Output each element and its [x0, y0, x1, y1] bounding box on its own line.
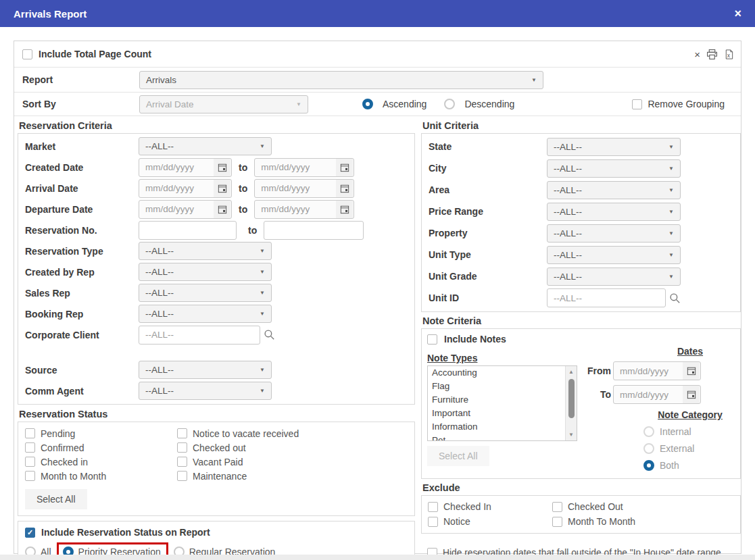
comm-agent-dropdown[interactable]: --ALL-- ▼	[139, 382, 272, 400]
both-radio[interactable]	[643, 460, 654, 471]
exclude-checked-out-option[interactable]: Checked Out	[552, 499, 623, 514]
listbox-scrollbar[interactable]: ▲ ▼	[565, 366, 577, 440]
property-dropdown[interactable]: --ALL--▼	[547, 224, 681, 243]
scroll-up-icon[interactable]: ▲	[566, 369, 577, 375]
note-type-item[interactable]: Information	[428, 420, 577, 434]
scroll-down-icon[interactable]: ▼	[566, 432, 577, 438]
checked-out-checkbox[interactable]	[177, 442, 187, 453]
arrival-date-to-input[interactable]	[254, 179, 354, 198]
maintenance-option[interactable]: Maintenance	[177, 469, 299, 483]
booking-rep-dropdown[interactable]: --ALL-- ▼	[139, 305, 272, 323]
calendar-icon[interactable]	[336, 180, 353, 197]
external-option[interactable]: External	[643, 443, 741, 454]
exclude-checked-in-checkbox[interactable]	[428, 502, 438, 512]
exclude-notice-checkbox[interactable]	[428, 517, 438, 527]
exclude-checked-in-option[interactable]: Checked In	[422, 499, 552, 514]
maintenance-checkbox[interactable]	[177, 471, 187, 481]
vacant-paid-option[interactable]: Vacant Paid	[177, 455, 299, 469]
checked-out-option[interactable]: Checked out	[177, 440, 299, 455]
price-range-dropdown[interactable]: --ALL--▼	[547, 203, 681, 221]
internal-radio[interactable]	[643, 426, 654, 437]
export-excel-icon[interactable]: x	[724, 49, 734, 60]
note-to-input[interactable]	[613, 385, 701, 404]
note-type-item[interactable]: Accounting	[428, 366, 577, 380]
calendar-icon[interactable]	[336, 201, 353, 218]
unit-type-dropdown[interactable]: --ALL--▼	[547, 246, 681, 264]
created-date-from-input[interactable]	[139, 158, 232, 177]
calendar-icon[interactable]	[214, 201, 230, 218]
city-dropdown[interactable]: --ALL--▼	[547, 159, 681, 178]
note-from-field[interactable]	[614, 366, 683, 376]
month-to-month-option[interactable]: Month to Month	[25, 469, 177, 483]
arrival-date-to-field[interactable]	[255, 183, 336, 193]
search-icon[interactable]	[264, 329, 275, 340]
arrival-date-from-field[interactable]	[139, 183, 214, 193]
corporate-client-input[interactable]	[139, 326, 260, 345]
departure-date-from-field[interactable]	[139, 204, 214, 214]
departure-date-to-input[interactable]	[254, 200, 354, 219]
created-date-to-input[interactable]	[254, 158, 354, 177]
reservation-no-to-input[interactable]	[264, 221, 364, 240]
both-option[interactable]: Both	[643, 460, 741, 471]
dialog-close-icon[interactable]: ×	[734, 7, 741, 21]
search-icon[interactable]	[669, 292, 681, 304]
note-type-item[interactable]: Flag	[428, 380, 577, 393]
descending-option[interactable]: Descending	[444, 99, 514, 109]
calendar-icon[interactable]	[336, 159, 353, 176]
include-status-checkbox[interactable]: ✓	[25, 528, 35, 538]
include-notes-checkbox[interactable]	[427, 334, 437, 345]
month-to-month-checkbox[interactable]	[25, 471, 35, 481]
pending-option[interactable]: Pending	[25, 426, 177, 440]
calendar-icon[interactable]	[214, 180, 230, 197]
departure-date-to-field[interactable]	[255, 204, 336, 214]
reservation-no-from-input[interactable]	[139, 221, 237, 240]
scrollbar-thumb[interactable]	[568, 379, 575, 418]
exclude-month-to-month-checkbox[interactable]	[552, 517, 562, 527]
note-from-input[interactable]	[613, 361, 701, 380]
confirmed-option[interactable]: Confirmed	[25, 440, 177, 455]
include-notes-option[interactable]: Include Notes	[427, 334, 735, 345]
exclude-notice-option[interactable]: Notice	[422, 514, 552, 529]
ascending-option[interactable]: Ascending	[362, 99, 427, 109]
internal-option[interactable]: Internal	[643, 426, 741, 437]
external-radio[interactable]	[643, 443, 654, 454]
remove-grouping-checkbox[interactable]	[632, 99, 642, 109]
exclude-month-to-month-option[interactable]: Month To Month	[552, 514, 635, 529]
sort-by-dropdown[interactable]: Arrival Date ▼	[139, 95, 308, 113]
calendar-icon[interactable]	[683, 386, 700, 403]
state-dropdown[interactable]: --ALL--▼	[547, 138, 681, 156]
confirmed-checkbox[interactable]	[25, 442, 35, 453]
arrival-date-from-input[interactable]	[139, 179, 232, 198]
calendar-icon[interactable]	[683, 362, 700, 380]
clear-icon[interactable]: ×	[694, 49, 700, 60]
departure-date-from-input[interactable]	[139, 200, 232, 219]
remove-grouping-option[interactable]: Remove Grouping	[632, 99, 725, 109]
include-status-option[interactable]: ✓ Include Reservation Status on Report	[25, 527, 408, 538]
area-dropdown[interactable]: --ALL--▼	[547, 181, 681, 199]
notice-to-vacate-option[interactable]: Notice to vacate received	[177, 426, 299, 440]
created-date-to-field[interactable]	[255, 162, 336, 172]
unit-grade-dropdown[interactable]: --ALL--▼	[547, 268, 681, 286]
exclude-checked-out-checkbox[interactable]	[552, 502, 562, 512]
calendar-icon[interactable]	[214, 159, 230, 176]
unit-id-input[interactable]	[547, 288, 666, 307]
market-dropdown[interactable]: --ALL-- ▼	[139, 137, 272, 155]
status-select-all-button[interactable]: Select All	[25, 489, 87, 509]
print-icon[interactable]	[706, 49, 718, 60]
pending-checkbox[interactable]	[25, 428, 35, 438]
ascending-radio[interactable]	[362, 99, 373, 109]
source-dropdown[interactable]: --ALL-- ▼	[139, 361, 272, 379]
reservation-type-dropdown[interactable]: --ALL-- ▼	[139, 242, 272, 260]
include-total-page-count-checkbox[interactable]	[22, 49, 32, 59]
note-types-listbox[interactable]: Accounting Flag Furniture Important Info…	[427, 365, 577, 441]
report-dropdown[interactable]: Arrivals ▼	[139, 71, 543, 89]
checked-in-option[interactable]: Checked in	[25, 455, 177, 469]
sales-rep-dropdown[interactable]: --ALL-- ▼	[139, 284, 272, 302]
checked-in-checkbox[interactable]	[25, 457, 35, 467]
note-type-item[interactable]: Furniture	[428, 393, 577, 407]
created-by-rep-dropdown[interactable]: --ALL-- ▼	[139, 263, 272, 281]
vacant-paid-checkbox[interactable]	[177, 457, 187, 467]
created-date-from-field[interactable]	[139, 162, 214, 172]
note-type-item[interactable]: Pet	[428, 434, 577, 441]
note-type-item[interactable]: Important	[428, 407, 577, 420]
